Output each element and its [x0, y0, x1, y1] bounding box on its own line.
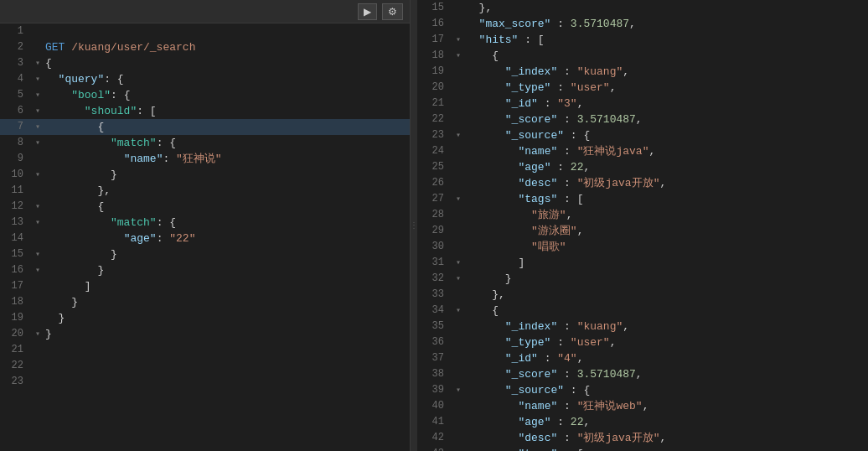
run-button[interactable]: ▶	[358, 3, 377, 20]
code-line: 39▾ "_source" : {	[417, 382, 868, 398]
code-content: "bool": {	[44, 87, 410, 103]
line-number: 37	[417, 350, 452, 366]
fold-gutter[interactable]: ▾	[32, 167, 44, 183]
line-number: 24	[417, 143, 452, 159]
code-content: }	[44, 262, 410, 278]
code-content: "_type" : "user",	[464, 80, 868, 96]
code-line: 20▾}	[0, 326, 410, 342]
code-line: 20 "_type" : "user",	[417, 80, 868, 96]
code-line: 15 },	[417, 0, 868, 16]
right-panel[interactable]: 15 },16 "max_score" : 3.5710487,17▾ "hit…	[417, 0, 868, 451]
code-line: 24 "name" : "狂神说java",	[417, 143, 868, 159]
code-content: }	[44, 294, 410, 310]
code-content: ]	[464, 255, 868, 271]
code-line: 34▾ {	[417, 303, 868, 319]
line-number: 11	[0, 183, 32, 199]
code-content: "age" : 22,	[464, 414, 868, 430]
code-line: 3▾{	[0, 55, 410, 71]
code-content: {	[464, 48, 868, 64]
code-line: 19 "_index" : "kuang",	[417, 64, 868, 80]
line-number: 22	[417, 111, 452, 127]
fold-gutter[interactable]: ▾	[32, 71, 44, 87]
code-line: 22	[0, 358, 410, 374]
fold-gutter[interactable]: ▾	[452, 255, 464, 271]
code-content: }	[44, 246, 410, 262]
fold-gutter[interactable]: ▾	[452, 303, 464, 319]
line-number: 30	[417, 239, 452, 255]
fold-gutter[interactable]: ▾	[32, 262, 44, 278]
left-panel: ▶ ⚙ 12GET /kuang/user/_search3▾{4▾ "quer…	[0, 0, 411, 451]
fold-gutter[interactable]: ▾	[32, 103, 44, 119]
code-line: 8▾ "match": {	[0, 135, 410, 151]
line-number: 9	[0, 151, 32, 167]
fold-gutter[interactable]: ▾	[452, 446, 464, 451]
fold-gutter[interactable]: ▾	[32, 119, 44, 135]
fold-gutter[interactable]: ▾	[452, 191, 464, 207]
line-number: 1	[0, 23, 32, 39]
code-content: "_index" : "kuang",	[464, 319, 868, 334]
code-content: "hits" : [	[464, 32, 868, 48]
line-number: 22	[0, 358, 32, 374]
line-number: 18	[417, 48, 452, 64]
code-line: 22 "_score" : 3.5710487,	[417, 111, 868, 127]
line-number: 17	[417, 32, 452, 48]
code-line: 33 },	[417, 287, 868, 303]
code-line: 7▾ {	[0, 119, 410, 135]
code-line: 25 "age" : 22,	[417, 159, 868, 175]
code-line: 41 "age" : 22,	[417, 414, 868, 430]
code-line: 12▾ {	[0, 199, 410, 215]
code-content: "旅游",	[464, 207, 868, 223]
line-number: 21	[417, 96, 452, 111]
code-content: },	[464, 0, 868, 16]
code-content: "_source" : {	[464, 127, 868, 143]
code-line: 15▾ }	[0, 246, 410, 262]
code-line: 10▾ }	[0, 167, 410, 183]
code-content: "_source" : {	[464, 382, 868, 398]
code-line: 5▾ "bool": {	[0, 87, 410, 103]
line-number: 35	[417, 319, 452, 334]
options-button[interactable]: ⚙	[382, 3, 403, 20]
panel-divider: ⋮	[411, 0, 417, 451]
fold-gutter[interactable]: ▾	[32, 215, 44, 231]
code-line: 31▾ ]	[417, 255, 868, 271]
code-content: },	[44, 183, 410, 199]
fold-gutter[interactable]: ▾	[452, 32, 464, 48]
code-line: 16▾ }	[0, 262, 410, 278]
code-line: 21 "_id" : "3",	[417, 96, 868, 111]
line-number: 6	[0, 103, 32, 119]
code-line: 42 "desc" : "初级java开放",	[417, 430, 868, 446]
line-number: 27	[417, 191, 452, 207]
code-content: "_score" : 3.5710487,	[464, 366, 868, 382]
code-content: "name" : "狂神说web",	[464, 398, 868, 414]
code-line: 36 "_type" : "user",	[417, 334, 868, 350]
code-line: 19 }	[0, 310, 410, 326]
line-number: 33	[417, 287, 452, 303]
line-number: 17	[0, 278, 32, 294]
fold-gutter[interactable]: ▾	[452, 127, 464, 143]
code-content: "_score" : 3.5710487,	[464, 111, 868, 127]
line-number: 36	[417, 334, 452, 350]
code-content: "desc" : "初级java开放",	[464, 175, 868, 191]
code-content: }	[44, 326, 410, 342]
line-number: 28	[417, 207, 452, 223]
code-content: },	[464, 287, 868, 303]
fold-gutter[interactable]: ▾	[32, 246, 44, 262]
fold-gutter[interactable]: ▾	[452, 382, 464, 398]
code-content: "_id" : "4",	[464, 350, 868, 366]
code-line: 16 "max_score" : 3.5710487,	[417, 16, 868, 32]
fold-gutter[interactable]: ▾	[32, 326, 44, 342]
code-content: "tags" : [	[464, 446, 868, 451]
fold-gutter[interactable]: ▾	[32, 55, 44, 71]
fold-gutter[interactable]: ▾	[32, 135, 44, 151]
fold-gutter[interactable]: ▾	[32, 199, 44, 215]
fold-gutter[interactable]: ▾	[32, 87, 44, 103]
code-line: 17 ]	[0, 278, 410, 294]
line-number: 10	[0, 167, 32, 183]
line-number: 19	[417, 64, 452, 80]
fold-gutter[interactable]: ▾	[452, 48, 464, 64]
left-code-area[interactable]: 12GET /kuang/user/_search3▾{4▾ "query": …	[0, 23, 410, 451]
code-line: 32▾ }	[417, 271, 868, 287]
line-number: 3	[0, 55, 32, 71]
fold-gutter[interactable]: ▾	[452, 271, 464, 287]
line-number: 23	[417, 127, 452, 143]
